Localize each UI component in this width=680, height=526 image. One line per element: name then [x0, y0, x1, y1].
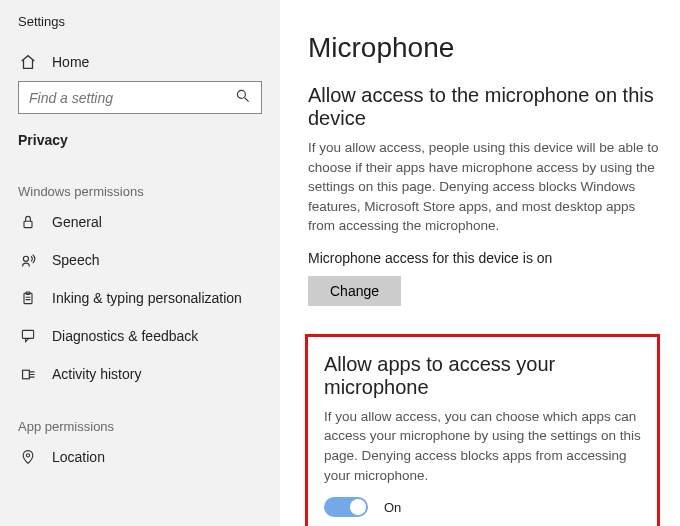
allow-apps-toggle-row: On: [324, 497, 641, 517]
sidebar-item-inking[interactable]: Inking & typing personalization: [0, 279, 280, 317]
sidebar-item-speech[interactable]: Speech: [0, 241, 280, 279]
sidebar-item-label: Diagnostics & feedback: [52, 328, 198, 344]
section-windows-permissions: Windows permissions: [0, 170, 280, 203]
location-icon: [18, 448, 38, 466]
search-input[interactable]: [29, 90, 235, 106]
home-nav[interactable]: Home: [0, 43, 280, 81]
sidebar-item-label: General: [52, 214, 102, 230]
speech-icon: [18, 251, 38, 269]
search-icon: [235, 88, 251, 107]
change-button[interactable]: Change: [308, 276, 401, 306]
svg-rect-1: [24, 221, 32, 227]
page-title: Microphone: [308, 32, 660, 64]
home-label: Home: [52, 54, 89, 70]
app-title: Settings: [0, 10, 280, 43]
sidebar-item-label: Inking & typing personalization: [52, 290, 242, 306]
category-label: Privacy: [0, 126, 280, 170]
feedback-icon: [18, 327, 38, 345]
search-box[interactable]: [18, 81, 262, 114]
allow-apps-heading: Allow apps to access your microphone: [324, 353, 641, 399]
home-icon: [18, 53, 38, 71]
sidebar-item-activity[interactable]: Activity history: [0, 355, 280, 393]
allow-device-heading: Allow access to the microphone on this d…: [308, 84, 660, 130]
lock-icon: [18, 213, 38, 231]
allow-apps-desc: If you allow access, you can choose whic…: [324, 407, 641, 485]
sidebar-item-location[interactable]: Location: [0, 438, 280, 476]
allow-device-desc: If you allow access, people using this d…: [308, 138, 660, 236]
clipboard-icon: [18, 289, 38, 307]
sidebar: Settings Home Privacy Windows permission…: [0, 0, 280, 526]
sidebar-item-label: Location: [52, 449, 105, 465]
svg-point-0: [237, 90, 245, 98]
section-app-permissions: App permissions: [0, 405, 280, 438]
highlight-allow-apps: Allow apps to access your microphone If …: [305, 334, 660, 526]
svg-rect-6: [22, 370, 29, 379]
svg-rect-5: [22, 330, 33, 338]
svg-point-2: [23, 256, 28, 261]
sidebar-item-label: Activity history: [52, 366, 141, 382]
content-pane: Microphone Allow access to the microphon…: [280, 0, 680, 526]
sidebar-item-label: Speech: [52, 252, 99, 268]
sidebar-item-diagnostics[interactable]: Diagnostics & feedback: [0, 317, 280, 355]
sidebar-item-general[interactable]: General: [0, 203, 280, 241]
toggle-state-label: On: [384, 500, 401, 515]
activity-icon: [18, 365, 38, 383]
svg-point-7: [26, 454, 29, 457]
device-status: Microphone access for this device is on: [308, 250, 660, 266]
allow-apps-toggle[interactable]: [324, 497, 368, 517]
